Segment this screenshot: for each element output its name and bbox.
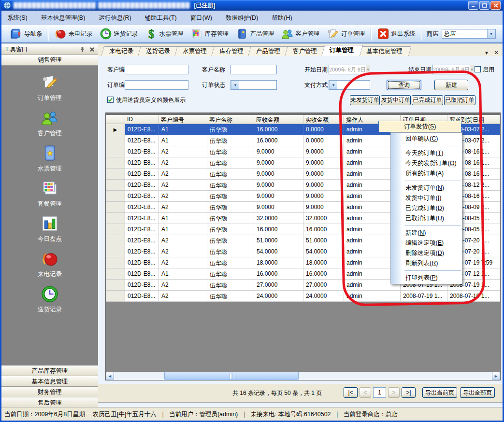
context-menu-item[interactable]: 今天的发货订单(O) xyxy=(391,158,462,169)
page-number-input[interactable] xyxy=(373,387,386,398)
context-menu-item[interactable]: 未发货订单(N) xyxy=(391,183,462,193)
close-button[interactable] xyxy=(490,1,501,10)
row-selector-cell[interactable] xyxy=(106,202,125,213)
context-menu-item[interactable]: 回单确认(C) xyxy=(391,134,462,144)
toolbar-button-exit[interactable]: 退出系统 xyxy=(374,27,419,41)
toolbar-button-book[interactable]: 导航条 xyxy=(6,27,46,41)
context-menu-item[interactable]: 新建(N) xyxy=(391,228,462,238)
row-selector-cell[interactable] xyxy=(106,246,125,257)
customer-no-input[interactable] xyxy=(125,65,188,74)
sidebar-item-水票管理[interactable]: 水票管理 xyxy=(1,144,98,173)
shop-select[interactable]: 总店 ▼ xyxy=(442,29,496,39)
tab-订单管理[interactable]: 订单管理 xyxy=(321,45,360,56)
context-menu-item[interactable]: 刷新列表(R) xyxy=(391,258,462,268)
delivery-color-checkbox[interactable] xyxy=(107,97,114,103)
sidebar-item-送货记录[interactable]: 送货记录 xyxy=(1,285,98,314)
chevron-down-icon[interactable]: ▼ xyxy=(487,29,495,38)
export-all-pages-button[interactable]: 导出全部页 xyxy=(460,387,495,398)
toolbar-button-bluebook[interactable]: 产品管理 xyxy=(232,27,278,41)
first-page-button[interactable]: |< xyxy=(344,387,358,398)
toolbar-button-dollar[interactable]: $水票管理 xyxy=(142,27,187,41)
query-button[interactable]: 查询 xyxy=(387,80,421,90)
column-header-应收金额[interactable]: 应收金额 xyxy=(254,115,303,124)
tab-送货记录[interactable]: 送货记录 xyxy=(138,46,176,56)
sidebar-group-财务管理[interactable]: 财务管理 xyxy=(1,387,98,397)
tab-close-icon[interactable]: ✕ xyxy=(494,49,499,56)
start-date-picker[interactable]: 2009年 6月 8日 ▼ xyxy=(329,65,367,74)
column-header-客户名称[interactable]: 客户名称 xyxy=(207,115,254,124)
maximize-button[interactable] xyxy=(479,1,490,10)
row-selector-cell[interactable] xyxy=(106,280,125,291)
toolbar-button-bell[interactable]: 来电记录 xyxy=(51,27,96,41)
status-filter-button[interactable]: 已完成订单 xyxy=(412,95,443,105)
tab-库存管理[interactable]: 库存管理 xyxy=(211,46,250,56)
status-filter-button[interactable]: 未发货订单 xyxy=(350,95,380,105)
context-menu-item[interactable]: 已取消订单(U) xyxy=(391,213,462,224)
sidebar-group-基本信息管理[interactable]: 基本信息管理 xyxy=(1,376,98,387)
pin-icon[interactable] xyxy=(79,46,86,53)
menubar-item[interactable]: 系统(S) xyxy=(7,14,28,22)
sidebar-group-sales[interactable]: 销售管理 xyxy=(1,55,98,66)
row-selector-cell[interactable] xyxy=(106,191,125,202)
row-selector-cell[interactable] xyxy=(106,157,125,169)
row-selector-cell[interactable] xyxy=(106,146,125,157)
customer-name-input[interactable] xyxy=(230,65,277,74)
sidebar-item-客户管理[interactable]: 客户管理 xyxy=(1,109,98,138)
context-menu-item[interactable]: 打印列表(P) xyxy=(391,273,462,283)
scroll-right-icon[interactable]: ► xyxy=(492,372,500,380)
row-selector-cell[interactable] xyxy=(106,235,125,246)
context-menu-item[interactable]: 删除选定项(D) xyxy=(391,248,462,258)
menubar-item[interactable]: 数据维护(D) xyxy=(226,14,258,22)
tab-来电记录[interactable]: 来电记录 xyxy=(101,46,140,56)
end-date-picker[interactable]: 2009年 6月 8日 ▼ xyxy=(432,65,471,74)
column-header-实收金额[interactable]: 实收金额 xyxy=(303,115,344,124)
context-menu-item[interactable]: 发货中订单(I) xyxy=(391,193,462,203)
toolbar-button-scroll[interactable]: 订单管理 xyxy=(323,27,369,41)
context-menu-item[interactable]: 已完成订单(D) xyxy=(391,203,462,213)
pay-method-select[interactable]: ▼ xyxy=(329,80,370,90)
sidebar-item-来电记录[interactable]: 来电记录 xyxy=(1,250,98,279)
toolbar-button-people[interactable]: 客户管理 xyxy=(278,27,323,41)
chevron-down-icon[interactable]: ▼ xyxy=(329,81,337,89)
order-status-select[interactable]: ▼ xyxy=(230,80,277,90)
menubar-item[interactable]: 辅助工具(T) xyxy=(145,14,177,22)
scroll-left-icon[interactable]: ◄ xyxy=(106,372,114,380)
menubar-item[interactable]: 窗口(W) xyxy=(190,14,212,22)
row-selector-cell[interactable] xyxy=(106,291,125,302)
context-menu-item[interactable]: 所有的订单(A) xyxy=(391,169,462,179)
new-button[interactable]: 新建 xyxy=(434,80,468,90)
toolbar-button-clock[interactable]: 送货记录 xyxy=(96,27,142,41)
minimize-button[interactable] xyxy=(468,1,478,10)
row-selector-cell[interactable] xyxy=(106,224,125,235)
column-header-ID[interactable]: ID xyxy=(125,115,159,124)
tab-客户管理[interactable]: 客户管理 xyxy=(285,46,323,56)
prev-page-button[interactable]: < xyxy=(360,387,371,398)
sidebar-item-订单管理[interactable]: 订单管理 xyxy=(1,73,98,102)
order-no-input[interactable] xyxy=(125,80,188,90)
row-selector-cell[interactable] xyxy=(106,268,125,280)
sidebar-group-售后管理[interactable]: 售后管理 xyxy=(1,397,98,408)
tab-基本信息管理[interactable]: 基本信息管理 xyxy=(358,46,409,56)
horizontal-scrollbar[interactable]: ◄ ► xyxy=(106,372,500,380)
menubar-item[interactable]: 运行信息(R) xyxy=(99,14,131,22)
sidebar-item-套餐管理[interactable]: 套餐管理 xyxy=(1,179,98,208)
row-selector-cell[interactable] xyxy=(106,169,125,180)
menubar-item[interactable]: 基本信息管理(B) xyxy=(41,14,86,22)
row-selector-cell[interactable] xyxy=(106,213,125,224)
chevron-down-icon[interactable]: ▼ xyxy=(231,81,239,89)
tab-产品管理[interactable]: 产品管理 xyxy=(248,46,287,56)
row-selector-cell[interactable] xyxy=(106,180,125,191)
next-page-button[interactable]: > xyxy=(388,387,400,398)
scrollbar-track[interactable] xyxy=(114,372,492,380)
tab-list-dropdown-icon[interactable]: ▼ xyxy=(484,50,489,56)
status-filter-button[interactable]: 发货中订单 xyxy=(381,95,411,105)
sidebar-item-今日盘点[interactable]: 今日盘点 xyxy=(1,214,98,243)
table-row[interactable]: 012D-E8...A2伍华聪24.000024.0000admin2008-0… xyxy=(106,291,500,302)
close-icon[interactable] xyxy=(89,46,95,53)
menubar-item[interactable]: 帮助(H) xyxy=(272,14,292,22)
last-page-button[interactable]: >| xyxy=(402,387,416,398)
export-current-page-button[interactable]: 导出当前页 xyxy=(422,387,457,398)
tab-水票管理[interactable]: 水票管理 xyxy=(174,46,213,56)
row-selector-cell[interactable] xyxy=(106,135,125,146)
context-menu-item[interactable]: 今天的订单(T) xyxy=(391,148,462,158)
